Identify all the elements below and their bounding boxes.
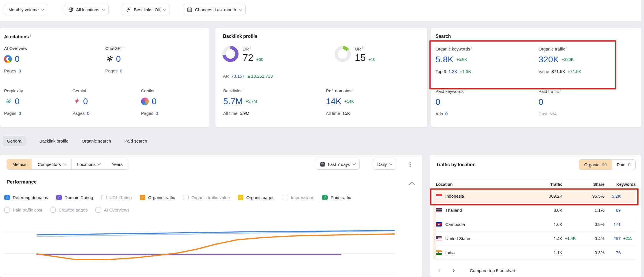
metric-label: AI Overview [4,46,99,51]
info-icon[interactable] [470,46,472,51]
cambodia-flag-icon [436,222,442,227]
tab-general[interactable]: General [3,136,27,146]
dr-delta: +60 [256,57,263,62]
table-row-cambodia[interactable]: Cambodia 1.6K 0.5% 171 [436,217,636,231]
date-range-label: Last 7 days [328,162,350,167]
toggle-ai-overviews[interactable]: AI Overviews [95,207,129,213]
citations-count-link[interactable]: 0 [116,54,121,64]
citations-count-link[interactable]: 0 [83,96,88,106]
toggle-crawled-pages[interactable]: Crawled pages [50,207,87,213]
tab-paid-search[interactable]: Paid search [124,136,148,146]
pages-count-link[interactable]: 0 [87,111,89,116]
col-location[interactable]: Location [436,182,540,187]
chevron-down-icon [102,7,105,10]
table-row-thailand[interactable]: Thailand 3.6K 1.1% 69 [436,203,636,217]
ai-citations-card: AI citations AI Overview 0 Pages0 ChatGP… [0,28,209,127]
info-icon[interactable] [249,46,251,51]
collapse-section-icon[interactable] [409,182,414,187]
search-card: Search Organic keywords 5.8K+5.8K Top 31… [431,28,641,127]
paid-keywords-value-link[interactable]: 0 [435,97,440,107]
info-icon[interactable] [464,89,465,94]
tab-organic-search[interactable]: Organic search [81,136,112,146]
toggle-impressions[interactable]: Impressions [283,195,314,200]
alltime-label: All time [326,111,340,116]
toggle-url-rating[interactable]: URL Rating [101,195,132,200]
ads-count-link[interactable]: 0 [445,111,448,116]
toggle-paid-traffic[interactable]: Paid traffic [322,195,351,200]
info-icon[interactable] [361,46,363,51]
citations-count-link[interactable]: 0 [15,96,20,106]
toggle-organic-traffic-value[interactable]: Organic traffic value [183,195,230,200]
ar-value-link[interactable]: 73,157 [231,74,245,78]
info-icon[interactable] [559,89,561,94]
perplexity-metric: Perplexity 0 Pages0 [4,88,67,116]
prev-page-icon[interactable]: ‹ [436,267,443,274]
segment-locations[interactable]: Locations [71,159,106,169]
metric-toggle-row-1: Referring domains Domain Rating URL Rati… [4,195,351,200]
info-icon[interactable] [29,34,31,39]
col-traffic[interactable]: Traffic [540,182,562,187]
dr-label: DR [243,46,263,51]
paid-traffic-value-link[interactable]: 0 [538,97,543,107]
checkbox-icon [322,195,328,200]
chevron-down-icon [63,162,66,165]
ai-citations-title: AI citations [4,34,31,40]
segment-metrics[interactable]: Metrics [7,159,32,169]
citations-count-link[interactable]: 0 [152,96,157,106]
info-icon[interactable] [565,46,567,51]
date-range-dropdown[interactable]: Last 7 days [316,159,360,170]
table-row-united-states[interactable]: United States 1.4K +1.4K 0.4% 257 +255 [436,231,636,246]
table-row-indonesia[interactable]: Indonesia 309.2K 96.5% 5.2K [436,189,636,203]
keywords-count-link[interactable]: 76 [604,250,621,255]
toggle-referring-domains[interactable]: Referring domains [4,195,48,200]
segment-years[interactable]: Years [106,159,128,169]
thailand-flag-icon [436,208,442,212]
toggle-paid-traffic-cost[interactable]: Paid traffic cost [4,207,42,213]
share-value: 0.5% [579,222,604,227]
changes-dropdown[interactable]: Changes: Last month [183,4,246,15]
tab-backlink-profile[interactable]: Backlink profile [39,136,69,146]
ar-delta: ▲13,252,713 [247,74,273,78]
search-title: Search [435,34,451,39]
keywords-count-link[interactable]: 69 [604,208,621,213]
organic-traffic-value-link[interactable]: 320K [538,55,559,64]
info-icon[interactable] [241,88,243,93]
pages-count-link[interactable]: 0 [19,111,21,116]
compare-top5-link[interactable]: Compare top 5 on chart [470,268,515,273]
toggle-organic-pages[interactable]: Organic pages [238,195,275,200]
table-row-india[interactable]: India 1.1K 0.3% 76 [436,246,636,260]
calendar-icon [320,162,325,167]
keywords-count-link[interactable]: 257 [604,236,621,241]
traffic-by-location-panel: Traffic by location Organic90 Paid0 Loca… [430,155,641,277]
ref-domains-value-link[interactable]: 14K [326,96,341,106]
organic-keywords-value-link[interactable]: 5.8K [435,55,454,64]
location-name: Indonesia [445,194,464,199]
checkbox-icon [101,195,107,200]
top3-value-link[interactable]: 1.3K [448,69,457,74]
pages-count-link[interactable]: 0 [120,68,122,73]
organic-toggle-button[interactable]: Organic90 [579,160,611,170]
keywords-count-link[interactable]: 171 [604,222,621,227]
checkbox-icon [95,207,101,213]
keywords-count-link[interactable]: 5.2K [604,194,621,199]
toggle-organic-traffic[interactable]: Organic traffic [140,195,175,200]
next-page-icon[interactable]: › [450,267,457,274]
toggle-domain-rating[interactable]: Domain Rating [56,195,93,200]
pages-count-link[interactable]: 0 [19,68,21,73]
col-keywords[interactable]: Keywords [604,182,636,187]
more-options-icon[interactable] [410,164,411,165]
best-links-dropdown[interactable]: Best links: Off [122,4,170,15]
info-icon[interactable] [351,88,353,93]
organic-keywords-label: Organic keywords [435,46,531,51]
backlinks-value-link[interactable]: 5.7M [223,96,243,106]
segment-competitors[interactable]: Competitors [32,159,71,169]
all-locations-dropdown[interactable]: All locations [64,4,109,15]
scrollbar-track[interactable] [641,0,644,277]
granularity-dropdown[interactable]: Daily [373,159,396,170]
monthly-volume-dropdown[interactable]: Monthly volume [4,4,48,15]
paid-toggle-button[interactable]: Paid0 [612,160,635,170]
share-value: 1.1% [579,208,604,213]
col-share[interactable]: Share [579,182,604,187]
pages-count-link[interactable]: 0 [156,111,158,116]
citations-count-link[interactable]: 0 [15,54,20,64]
